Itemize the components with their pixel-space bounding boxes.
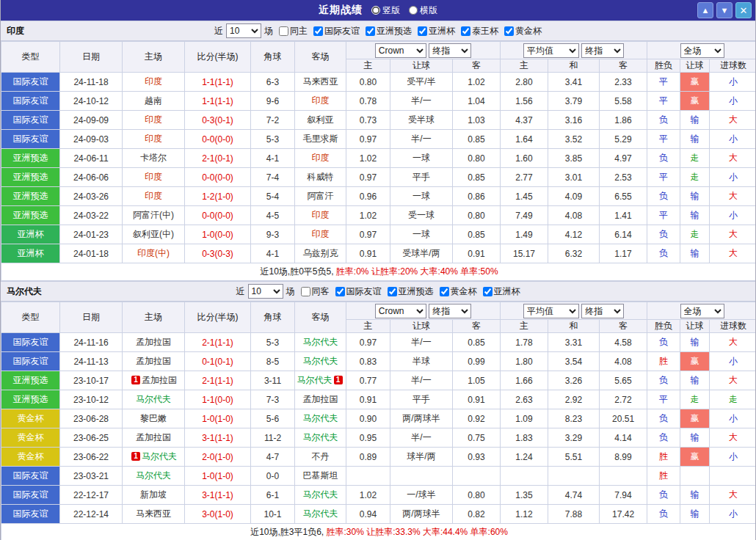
handicap-line: 一球 xyxy=(390,149,453,168)
league-filter-gold-cup-checkbox[interactable] xyxy=(440,287,449,296)
league-filter-asian-cup-checkbox[interactable] xyxy=(483,287,493,296)
summary-segment: 大率:40% xyxy=(418,266,458,277)
league-filter-asian-qual[interactable]: 亚洲预选 xyxy=(388,285,434,298)
avg-away: 6.14 xyxy=(600,225,647,244)
league-filter-gold-cup-checkbox[interactable] xyxy=(504,26,514,36)
league-filter-asian-qual-label: 亚洲预选 xyxy=(377,25,412,37)
odds-final-select[interactable]: 终指 xyxy=(429,304,471,318)
league-badge: 国际友谊 xyxy=(1,333,60,352)
layout-vertical-input[interactable] xyxy=(371,6,380,15)
odds-final-select[interactable]: 终指 xyxy=(429,43,471,58)
fulltime-select[interactable]: 全场 xyxy=(680,43,724,58)
league-filter-friendly[interactable]: 国际友谊 xyxy=(335,285,382,298)
result-handicap: 输 xyxy=(680,486,710,505)
same-away-filter[interactable]: 同客 xyxy=(301,285,330,298)
match-date: 23-06-22 xyxy=(60,448,123,467)
league-filter-asian-qual-checkbox[interactable] xyxy=(366,26,375,36)
odds-home: 0.83 xyxy=(346,352,390,371)
league-filter-friendly-checkbox[interactable] xyxy=(335,287,345,296)
match-row: 亚洲杯24-01-23叙利亚(中)1-0(0-0)9-3印度0.97一球0.85… xyxy=(1,225,756,244)
layout-horizontal-label: 横版 xyxy=(420,4,437,17)
close-button[interactable]: ✕ xyxy=(735,2,752,18)
handicap-line: 受球半/两 xyxy=(390,244,453,263)
match-count-select[interactable]: 10 xyxy=(226,23,261,38)
same-home-filter[interactable]: 同主 xyxy=(279,25,308,37)
league-filter-asian-cup[interactable]: 亚洲杯 xyxy=(483,285,520,298)
col-away: 客场 xyxy=(295,302,346,333)
results-table-india: 类型 日期 主场 比分(半场) 角球 客场 Crown 终指 平均值 终指 全场 xyxy=(1,41,756,281)
score: 2-1(1-1) xyxy=(185,333,251,352)
league-filter-asian-qual-checkbox[interactable] xyxy=(388,287,397,296)
avg-draw: 3.29 xyxy=(548,428,600,448)
avg-select[interactable]: 平均值 xyxy=(523,43,579,58)
same-away-checkbox[interactable] xyxy=(301,287,310,296)
handicap-line: 受平/半 xyxy=(390,73,453,92)
league-filter-friendly-checkbox[interactable] xyxy=(313,26,323,36)
league-filter-asian-cup[interactable]: 亚洲杯 xyxy=(418,25,455,37)
league-badge: 国际友谊 xyxy=(1,467,60,486)
result-goals xyxy=(710,467,756,486)
layout-vertical-radio[interactable]: 竖版 xyxy=(371,4,400,17)
league-filter-kings-cup-checkbox[interactable] xyxy=(461,26,470,36)
same-home-checkbox[interactable] xyxy=(279,26,288,36)
odds-company-select[interactable]: Crown xyxy=(375,43,426,58)
match-date: 24-10-12 xyxy=(60,92,123,111)
scroll-down-button[interactable]: ▼ xyxy=(716,2,733,18)
odds-company-select[interactable]: Crown xyxy=(375,304,426,318)
avg-group-header: 平均值 终指 xyxy=(501,302,647,320)
home-team: 印度 xyxy=(123,187,185,206)
result-outcome: 负 xyxy=(647,111,680,130)
scroll-up-button[interactable]: ▲ xyxy=(697,2,713,18)
odds-home xyxy=(346,467,390,486)
result-outcome: 负 xyxy=(647,333,680,352)
summary-segment: 单率:60% xyxy=(468,527,508,537)
avg-draw: 3.54 xyxy=(548,352,600,371)
corners: 5-3 xyxy=(251,130,295,149)
match-count-select[interactable]: 10 xyxy=(248,284,283,299)
title-group: 近期战绩 竖版 横版 xyxy=(319,4,437,17)
match-date: 23-06-28 xyxy=(60,409,123,428)
result-goals: 大 xyxy=(710,371,756,390)
score: 1-0(1-0) xyxy=(185,467,251,486)
odds-home: 0.78 xyxy=(346,92,390,111)
layout-horizontal-input[interactable] xyxy=(409,6,418,15)
corners: 7-3 xyxy=(251,390,295,409)
layout-horizontal-radio[interactable]: 横版 xyxy=(409,4,437,17)
avg-draw: 3.52 xyxy=(548,130,600,149)
handicap-line: 受一球 xyxy=(390,206,453,225)
match-row: 国际友谊24-10-12越南1-1(1-1)9-6印度0.78半/一1.041.… xyxy=(1,92,756,111)
score: 1-1(1-1) xyxy=(185,92,251,111)
league-filter-kings-cup[interactable]: 泰王杯 xyxy=(461,25,498,37)
league-filter-friendly[interactable]: 国际友谊 xyxy=(313,25,360,37)
league-filter-asian-cup-checkbox[interactable] xyxy=(418,26,427,36)
league-filter-gold-cup[interactable]: 黄金杯 xyxy=(504,25,542,37)
near-label: 近 xyxy=(236,285,245,298)
result-goals: 大 xyxy=(710,149,756,168)
away-team: 印度 xyxy=(295,149,346,168)
league-filter-gold-cup[interactable]: 黄金杯 xyxy=(440,285,477,298)
score: 1-1(1-1) xyxy=(185,73,251,92)
league-filter-asian-qual[interactable]: 亚洲预选 xyxy=(366,25,412,37)
result-handicap: 赢 xyxy=(680,448,710,467)
home-team: 印度 xyxy=(123,111,185,130)
section-title-maldives: 马尔代夫 xyxy=(7,285,42,298)
odds-group-header: Crown 终指 xyxy=(346,302,501,320)
odds-away: 0.93 xyxy=(453,448,501,467)
avg-select[interactable]: 平均值 xyxy=(523,304,579,318)
score: 0-3(0-1) xyxy=(185,111,251,130)
result-outcome: 负 xyxy=(647,149,680,168)
layout-vertical-label: 竖版 xyxy=(382,4,400,17)
away-team: 不丹 xyxy=(295,448,346,467)
avg-home: 2.63 xyxy=(501,390,548,409)
avg-draw: 3.26 xyxy=(548,371,600,390)
handicap-line: 半/一 xyxy=(390,92,453,111)
avg-final-select[interactable]: 终指 xyxy=(581,43,624,58)
col-avg-home: 主 xyxy=(501,320,548,333)
avg-final-select[interactable]: 终指 xyxy=(581,304,624,318)
col-odds-away: 客 xyxy=(453,59,501,73)
match-date: 24-03-26 xyxy=(60,187,123,206)
odds-away: 0.80 xyxy=(453,486,501,505)
corners: 4-1 xyxy=(251,149,295,168)
fulltime-select[interactable]: 全场 xyxy=(680,304,724,318)
avg-draw: 3.79 xyxy=(548,92,600,111)
